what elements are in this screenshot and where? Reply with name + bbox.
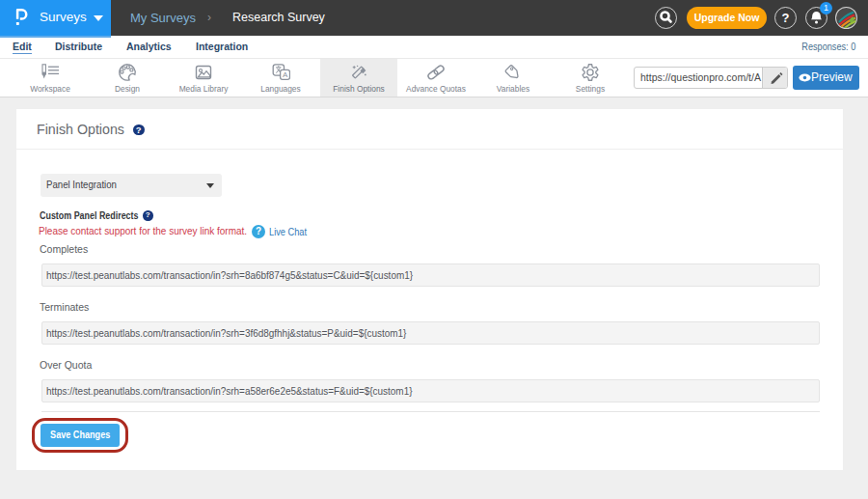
svg-text:A: A — [283, 70, 288, 79]
